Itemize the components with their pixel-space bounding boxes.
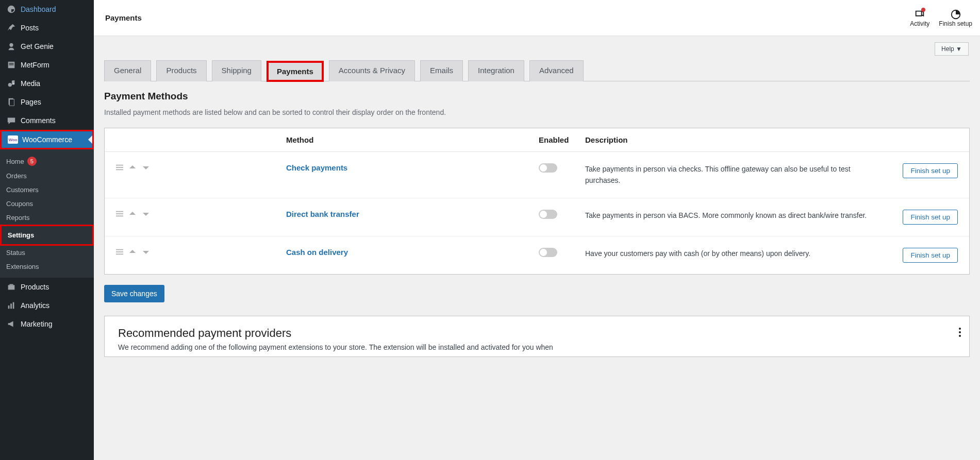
drag-handle-icon[interactable] xyxy=(116,164,123,173)
tab-payments[interactable]: Payments xyxy=(267,61,324,82)
recommended-providers: Recommended payment providers We recomme… xyxy=(104,316,970,357)
sidebar-item-products[interactable]: Products xyxy=(0,278,94,296)
svg-rect-18 xyxy=(116,215,123,216)
sidebar-item-marketing[interactable]: Marketing xyxy=(0,315,94,333)
svg-rect-8 xyxy=(8,285,15,289)
sub-label: Status xyxy=(6,249,25,257)
main-content: Payments Activity Finish setup Help ▼ Ge… xyxy=(94,0,980,460)
finish-setup-button[interactable]: Finish set up xyxy=(903,210,958,225)
sub-customers[interactable]: Customers xyxy=(0,183,94,197)
svg-point-5 xyxy=(13,83,15,85)
svg-point-0 xyxy=(9,43,13,47)
sidebar-item-dashboard[interactable]: Dashboard xyxy=(0,0,94,19)
section-title: Payment Methods xyxy=(104,91,970,102)
sidebar-item-pages[interactable]: Pages xyxy=(0,93,94,111)
notification-dot xyxy=(921,8,925,12)
svg-rect-21 xyxy=(116,253,123,254)
tab-accounts[interactable]: Accounts & Privacy xyxy=(329,60,415,81)
pages-icon xyxy=(6,97,16,107)
method-link[interactable]: Check payments xyxy=(286,163,347,172)
svg-rect-19 xyxy=(116,249,123,250)
move-down-icon[interactable] xyxy=(142,210,150,219)
settings-tabs: General Products Shipping Payments Accou… xyxy=(104,60,970,81)
sidebar-item-posts[interactable]: Posts xyxy=(0,19,94,37)
save-button[interactable]: Save changes xyxy=(104,285,164,302)
activity-button[interactable]: Activity xyxy=(910,9,929,27)
media-icon xyxy=(6,78,16,89)
svg-point-4 xyxy=(8,83,12,87)
move-down-icon[interactable] xyxy=(142,248,150,258)
sidebar-item-analytics[interactable]: Analytics xyxy=(0,296,94,315)
sidebar-item-metform[interactable]: MetForm xyxy=(0,56,94,74)
sub-label: Settings xyxy=(8,231,34,239)
sidebar-label: WooCommerce xyxy=(22,135,72,144)
home-badge: 5 xyxy=(27,157,37,166)
analytics-icon xyxy=(6,300,16,311)
admin-sidebar: Dashboard Posts Get Genie MetForm Media … xyxy=(0,0,94,460)
comment-icon xyxy=(6,115,16,126)
topbar: Payments Activity Finish setup xyxy=(94,0,980,36)
help-toggle[interactable]: Help ▼ xyxy=(935,42,969,56)
sidebar-label: Products xyxy=(21,283,49,291)
progress-icon xyxy=(950,9,961,20)
sidebar-item-getgenie[interactable]: Get Genie xyxy=(0,37,94,56)
drag-handle-icon[interactable] xyxy=(116,210,123,219)
sidebar-item-woocommerce[interactable]: Woo WooCommerce xyxy=(2,131,92,148)
sidebar-label: Dashboard xyxy=(21,5,56,13)
sidebar-item-comments[interactable]: Comments xyxy=(0,111,94,130)
woo-icon: Woo xyxy=(8,135,18,144)
enable-toggle[interactable] xyxy=(539,163,557,173)
col-description: Description xyxy=(585,135,886,144)
tab-advanced[interactable]: Advanced xyxy=(529,60,584,81)
sub-label: Home xyxy=(6,158,24,165)
svg-rect-16 xyxy=(116,211,123,212)
col-enabled: Enabled xyxy=(539,135,585,144)
move-up-icon[interactable] xyxy=(128,248,137,258)
sidebar-label: MetForm xyxy=(21,61,49,69)
sub-label: Customers xyxy=(6,186,39,194)
sub-status[interactable]: Status xyxy=(0,246,94,260)
method-description: Have your customers pay with cash (or by… xyxy=(585,248,886,259)
svg-rect-10 xyxy=(10,303,12,309)
genie-icon xyxy=(6,41,16,52)
table-row: Check payments Take payments in person v… xyxy=(105,152,969,198)
sidebar-item-media[interactable]: Media xyxy=(0,74,94,93)
enable-toggle[interactable] xyxy=(539,210,557,219)
tab-shipping[interactable]: Shipping xyxy=(212,60,261,81)
move-down-icon[interactable] xyxy=(142,163,150,173)
drag-handle-icon[interactable] xyxy=(116,248,123,257)
sub-extensions[interactable]: Extensions xyxy=(0,260,94,274)
kebab-menu-icon[interactable] xyxy=(959,328,961,337)
sub-reports[interactable]: Reports xyxy=(0,211,94,225)
sub-orders[interactable]: Orders xyxy=(0,169,94,183)
enable-toggle[interactable] xyxy=(539,248,557,257)
svg-rect-11 xyxy=(13,302,14,309)
sidebar-label: Posts xyxy=(21,24,39,32)
sub-label: Orders xyxy=(6,172,27,180)
finish-setup-button[interactable]: Finish setup xyxy=(939,9,972,27)
finish-setup-button[interactable]: Finish set up xyxy=(903,248,958,263)
move-up-icon[interactable] xyxy=(128,163,137,173)
table-row: Direct bank transfer Take payments in pe… xyxy=(105,198,969,236)
svg-rect-3 xyxy=(9,64,14,65)
finish-setup-button[interactable]: Finish set up xyxy=(903,163,958,178)
dashboard-icon xyxy=(6,4,16,14)
method-link[interactable]: Cash on delivery xyxy=(286,248,348,257)
method-description: Take payments in person via checks. This… xyxy=(585,163,886,186)
tab-emails[interactable]: Emails xyxy=(420,60,463,81)
sub-settings[interactable]: Settings xyxy=(2,228,92,242)
method-link[interactable]: Direct bank transfer xyxy=(286,210,359,218)
sub-label: Extensions xyxy=(6,263,39,270)
tab-general[interactable]: General xyxy=(104,60,151,81)
megaphone-icon xyxy=(6,319,16,329)
pin-icon xyxy=(6,23,16,33)
tab-integration[interactable]: Integration xyxy=(468,60,524,81)
sidebar-label: Comments xyxy=(21,116,56,125)
finish-label: Finish setup xyxy=(939,20,972,27)
col-method: Method xyxy=(286,135,539,144)
sub-coupons[interactable]: Coupons xyxy=(0,197,94,211)
move-up-icon[interactable] xyxy=(128,210,137,219)
svg-rect-9 xyxy=(8,305,10,309)
sub-home[interactable]: Home 5 xyxy=(0,154,94,169)
tab-products[interactable]: Products xyxy=(156,60,206,81)
